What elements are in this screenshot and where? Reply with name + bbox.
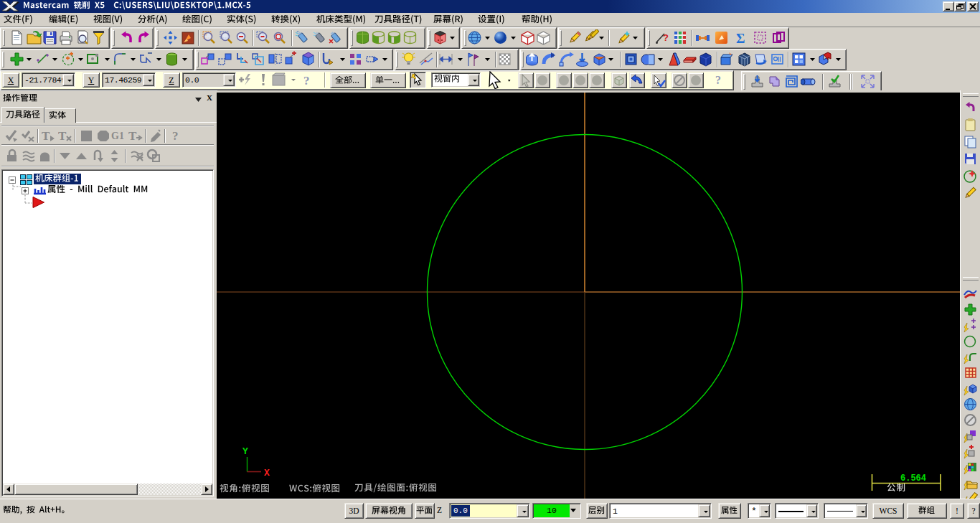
- svg-text:Y: Y: [242, 446, 248, 457]
- svg-text:?: ?: [303, 74, 310, 88]
- svg-text:?: ?: [172, 129, 179, 143]
- svg-text:T: T: [42, 129, 50, 143]
- svg-text:6.564: 6.564: [900, 473, 926, 484]
- svg-text:Σ: Σ: [736, 31, 745, 46]
- svg-text:G1: G1: [111, 131, 124, 141]
- svg-text:T: T: [58, 129, 67, 143]
- svg-text:X: X: [264, 468, 270, 479]
- svg-text:T: T: [128, 129, 137, 143]
- svg-text:?: ?: [715, 74, 721, 86]
- svg-text:?: ?: [663, 32, 669, 43]
